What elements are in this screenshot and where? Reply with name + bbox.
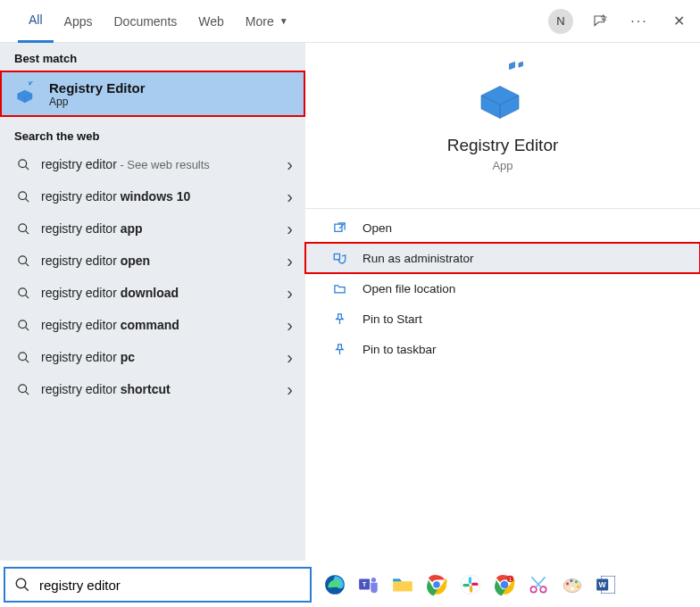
svg-rect-35 xyxy=(471,583,479,586)
svg-point-23 xyxy=(16,578,26,588)
chevron-down-icon: ▼ xyxy=(279,16,288,26)
svg-text:T: T xyxy=(362,580,367,588)
preview-panel: Registry Editor App Open Run as administ… xyxy=(305,43,700,561)
chevron-right-icon: › xyxy=(287,187,296,207)
feedback-icon[interactable] xyxy=(588,9,612,34)
taskbar-row: T 1 W xyxy=(0,562,700,607)
preview-title: Registry Editor xyxy=(447,136,559,155)
svg-text:W: W xyxy=(599,580,607,589)
taskbar-chrome-icon[interactable] xyxy=(422,570,451,599)
web-result-item[interactable]: registry editor - See web results› xyxy=(0,148,305,180)
svg-point-27 xyxy=(371,578,376,582)
web-result-text: registry editor download xyxy=(41,286,276,300)
svg-point-7 xyxy=(18,191,26,199)
search-box[interactable] xyxy=(4,567,312,603)
divider xyxy=(305,208,700,209)
web-result-text: registry editor app xyxy=(41,221,276,236)
svg-rect-20 xyxy=(519,62,523,67)
search-icon xyxy=(16,157,30,171)
svg-point-44 xyxy=(570,579,572,582)
chevron-right-icon: › xyxy=(287,154,296,175)
web-result-item[interactable]: registry editor download› xyxy=(0,277,305,309)
chevron-right-icon: › xyxy=(287,283,296,304)
chevron-right-icon: › xyxy=(287,347,296,368)
chevron-right-icon: › xyxy=(287,251,296,271)
registry-editor-icon xyxy=(13,81,38,106)
taskbar-word-icon[interactable]: W xyxy=(592,570,621,599)
action-run-as-administrator[interactable]: Run as administrator xyxy=(305,243,700,273)
tab-documents[interactable]: Documents xyxy=(103,0,188,43)
search-icon xyxy=(16,350,30,364)
tab-web[interactable]: Web xyxy=(188,0,235,43)
svg-rect-19 xyxy=(510,62,515,69)
taskbar-file-explorer-icon[interactable] xyxy=(388,570,417,599)
search-icon xyxy=(16,286,30,300)
open-icon xyxy=(332,220,346,235)
taskbar-teams-icon[interactable]: T xyxy=(354,570,383,599)
web-result-text: registry editor - See web results xyxy=(41,157,276,171)
close-button[interactable]: ✕ xyxy=(666,9,691,34)
svg-point-8 xyxy=(18,223,26,231)
search-icon xyxy=(16,382,30,396)
web-result-item[interactable]: registry editor windows 10› xyxy=(0,180,305,212)
action-pin-start-label: Pin to Start xyxy=(362,312,422,326)
action-open[interactable]: Open xyxy=(305,212,700,243)
svg-rect-33 xyxy=(462,584,470,586)
svg-rect-5 xyxy=(29,82,31,85)
svg-point-6 xyxy=(18,159,26,167)
user-avatar[interactable]: N xyxy=(548,9,573,34)
tab-apps[interactable]: Apps xyxy=(54,0,104,43)
preview-header: Registry Editor App xyxy=(305,61,700,190)
chevron-right-icon: › xyxy=(287,379,296,400)
web-result-item[interactable]: registry editor shortcut› xyxy=(0,373,305,405)
best-match-title: Registry Editor xyxy=(49,80,146,96)
web-results-list: registry editor - See web results›regist… xyxy=(0,148,305,405)
taskbar-edge-icon[interactable] xyxy=(321,570,349,599)
svg-rect-34 xyxy=(470,586,472,593)
action-pin-taskbar-label: Pin to taskbar xyxy=(362,343,437,356)
tab-more[interactable]: More ▼ xyxy=(235,0,299,43)
svg-point-37 xyxy=(501,581,509,589)
svg-rect-32 xyxy=(469,577,471,584)
tab-all[interactable]: All xyxy=(18,0,54,43)
web-result-item[interactable]: registry editor command› xyxy=(0,309,305,341)
taskbar-apps: T 1 W xyxy=(317,570,621,599)
search-icon xyxy=(16,221,30,236)
svg-point-9 xyxy=(18,255,26,263)
search-input[interactable] xyxy=(39,578,301,593)
action-open-file-location[interactable]: Open file location xyxy=(305,273,700,304)
action-list: Open Run as administrator Open file loca… xyxy=(305,212,700,364)
svg-text:1: 1 xyxy=(509,578,512,582)
best-match-result[interactable]: Registry Editor App xyxy=(0,71,305,117)
taskbar-chrome-canary-icon[interactable]: 1 xyxy=(490,570,519,599)
action-pin-to-start[interactable]: Pin to Start xyxy=(305,304,700,334)
svg-rect-22 xyxy=(334,254,339,259)
taskbar-paint-icon[interactable] xyxy=(558,570,587,599)
action-file-loc-label: Open file location xyxy=(362,282,455,295)
results-left-column: Best match Registry Editor App xyxy=(0,43,305,561)
search-tabs-bar: All Apps Documents Web More ▼ N ··· ✕ xyxy=(0,0,700,43)
svg-point-10 xyxy=(18,287,26,295)
pin-taskbar-icon xyxy=(332,342,346,356)
taskbar-snip-icon[interactable] xyxy=(524,570,553,599)
more-options-icon[interactable]: ··· xyxy=(627,9,652,34)
web-result-item[interactable]: registry editor pc› xyxy=(0,341,305,373)
results-columns: Best match Registry Editor App xyxy=(0,43,700,561)
tabs-group: All Apps Documents Web More ▼ xyxy=(18,0,299,43)
svg-point-46 xyxy=(577,586,579,588)
best-match-subtitle: App xyxy=(49,96,146,108)
svg-point-13 xyxy=(18,384,26,392)
best-match-header: Best match xyxy=(0,43,305,71)
svg-rect-21 xyxy=(334,224,341,231)
svg-point-47 xyxy=(571,587,574,590)
taskbar-slack-icon[interactable] xyxy=(456,570,485,599)
web-result-item[interactable]: registry editor open› xyxy=(0,245,305,277)
web-result-text: registry editor open xyxy=(41,254,276,268)
tab-more-label: More xyxy=(246,14,274,29)
svg-point-11 xyxy=(18,320,26,328)
action-pin-to-taskbar[interactable]: Pin to taskbar xyxy=(305,334,700,364)
shield-admin-icon xyxy=(332,251,346,265)
svg-point-43 xyxy=(566,582,569,585)
web-result-item[interactable]: registry editor app› xyxy=(0,212,305,245)
tabbar-right-controls: N ··· ✕ xyxy=(548,9,691,34)
